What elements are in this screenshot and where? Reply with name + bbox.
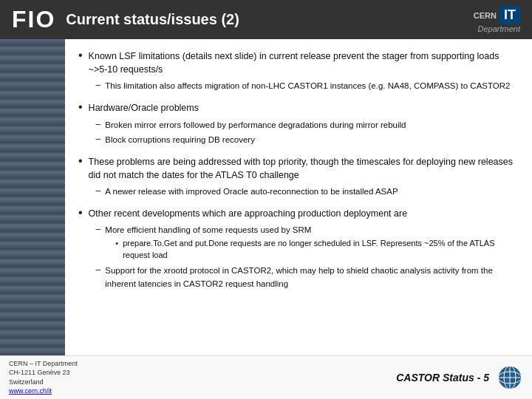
sub-text-span: Block corruptions requiring DB recovery bbox=[105, 135, 255, 144]
sub-list-1: –This limitation also affects migration … bbox=[96, 79, 519, 92]
footer-right: CASTOR Status - 5 bbox=[396, 364, 523, 391]
sub-sub-bullet: • bbox=[115, 238, 118, 250]
bullet-section-1: •Known LSF limitations (details next sli… bbox=[78, 50, 519, 94]
cern-globe-icon bbox=[497, 364, 523, 391]
dash-icon: – bbox=[96, 223, 101, 236]
org-link[interactable]: www.cern.ch/it bbox=[9, 387, 52, 395]
sub-text-4-1: More efficient handling of some requests… bbox=[105, 223, 519, 262]
sidebar bbox=[0, 39, 65, 355]
sub-item-3-1: –A newer release with improved Oracle au… bbox=[96, 185, 519, 198]
fio-logo: FIO bbox=[12, 6, 55, 33]
bullet-dot-1: • bbox=[78, 49, 83, 62]
sub-item-4-1: –More efficient handling of some request… bbox=[96, 223, 519, 262]
bullet-text-4: Other recent developments which are appr… bbox=[89, 207, 519, 292]
sub-text-span: Broken mirror errors followed by perform… bbox=[105, 120, 406, 129]
sub-text-3-1: A newer release with improved Oracle aut… bbox=[105, 185, 398, 198]
bullet-row-3: •These problems are being addressed with… bbox=[78, 155, 519, 200]
sub-sub-list: •prepare.To.Get and put.Done requests ar… bbox=[115, 238, 519, 261]
page-title: Current status/issues (2) bbox=[66, 11, 239, 28]
main-area: •Known LSF limitations (details next sli… bbox=[0, 39, 532, 355]
sidebar-image bbox=[0, 39, 65, 355]
castor-status: CASTOR Status - 5 bbox=[396, 372, 489, 383]
sub-text-span: More efficient handling of some requests… bbox=[105, 225, 311, 234]
footer: CERN – IT Department CH-1211 Genève 23 S… bbox=[0, 355, 532, 399]
bullet-row-2: •Hardware/Oracle problems–Broken mirror … bbox=[78, 101, 519, 147]
bullet-text-1: Known LSF limitations (details next slid… bbox=[89, 50, 519, 94]
header: FIO Current status/issues (2) CERN IT De… bbox=[0, 0, 532, 39]
sub-list-4: –More efficient handling of some request… bbox=[96, 223, 519, 290]
dash-icon: – bbox=[96, 185, 101, 197]
content-area: •Known LSF limitations (details next sli… bbox=[65, 39, 532, 355]
sub-item-4-2: –Support for the xrootd protocol in CAST… bbox=[96, 264, 519, 290]
sub-text-span: A newer release with improved Oracle aut… bbox=[105, 187, 398, 196]
bullet-row-4: •Other recent developments which are app… bbox=[78, 207, 519, 292]
bullet-section-4: •Other recent developments which are app… bbox=[78, 207, 519, 292]
cern-it-box: IT bbox=[499, 6, 520, 24]
sub-list-3: –A newer release with improved Oracle au… bbox=[96, 185, 519, 198]
sub-list-2: –Broken mirror errors followed by perfor… bbox=[96, 118, 406, 146]
bullet-dot-2: • bbox=[78, 100, 83, 114]
dash-icon: – bbox=[96, 118, 101, 131]
bullet-dot-4: • bbox=[78, 206, 83, 219]
sub-text-2-1: Broken mirror errors followed by perform… bbox=[105, 118, 406, 132]
dash-icon: – bbox=[96, 79, 101, 92]
org-line2: CH-1211 Genève 23 bbox=[9, 369, 70, 376]
sub-sub-text-0: prepare.To.Get and put.Done requests are… bbox=[123, 238, 519, 261]
sub-text-4-2: Support for the xrootd protocol in CASTO… bbox=[105, 264, 519, 290]
bullet-section-3: •These problems are being addressed with… bbox=[78, 155, 519, 200]
header-left: FIO Current status/issues (2) bbox=[12, 6, 239, 33]
org-line3: Switzerland bbox=[9, 378, 44, 386]
org-line1: CERN – IT Department bbox=[9, 360, 78, 367]
department-text: Department bbox=[478, 24, 520, 33]
sub-text-span: This limitation also affects migration o… bbox=[105, 81, 510, 90]
bullet-row-1: •Known LSF limitations (details next sli… bbox=[78, 50, 519, 94]
cern-text: CERN bbox=[474, 11, 497, 20]
bullet-text-2: Hardware/Oracle problems–Broken mirror e… bbox=[89, 101, 406, 147]
dash-icon: – bbox=[96, 133, 101, 146]
sub-text-1-1: This limitation also affects migration o… bbox=[105, 79, 510, 92]
sub-item-2-2: –Block corruptions requiring DB recovery bbox=[96, 133, 406, 146]
footer-org: CERN – IT Department CH-1211 Genève 23 S… bbox=[9, 359, 78, 396]
sub-item-1-1: –This limitation also affects migration … bbox=[96, 79, 519, 92]
cern-logo-area: CERN IT Department bbox=[474, 6, 520, 33]
bullet-text-3: These problems are being addressed with … bbox=[89, 155, 519, 200]
cern-it-logo: CERN IT bbox=[474, 6, 520, 24]
bullet-section-2: •Hardware/Oracle problems–Broken mirror … bbox=[78, 101, 519, 147]
sub-item-2-1: –Broken mirror errors followed by perfor… bbox=[96, 118, 406, 132]
sub-text-span: Support for the xrootd protocol in CASTO… bbox=[105, 266, 493, 288]
bullet-dot-3: • bbox=[78, 154, 83, 168]
dash-icon: – bbox=[96, 264, 101, 276]
sub-text-2-2: Block corruptions requiring DB recovery bbox=[105, 133, 255, 146]
sub-sub-item-0: •prepare.To.Get and put.Done requests ar… bbox=[115, 238, 519, 261]
